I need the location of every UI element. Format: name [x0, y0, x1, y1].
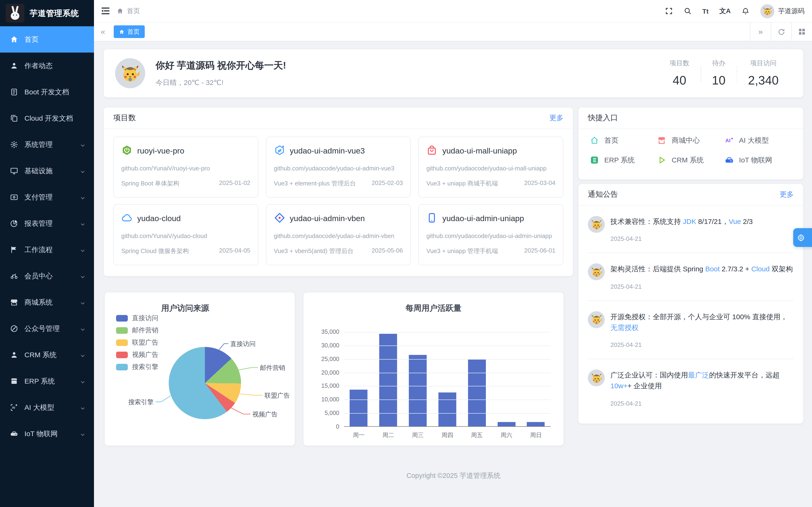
project-card-yudao-ui-admin-uniapp[interactable]: yudao-ui-admin-uniappgithub.com/yudaocod… [418, 204, 563, 265]
notice-link[interactable]: Vue [728, 217, 741, 225]
sidebar-item-9[interactable]: 会员中心 [0, 263, 94, 289]
project-name: yudao-ui-admin-vue3 [290, 147, 365, 156]
sidebar-item-label: 报表管理 [24, 219, 74, 228]
y-axis-tick: 25,000 [305, 355, 339, 362]
notice-link[interactable]: 10w+ [610, 382, 627, 390]
layout-grid-icon[interactable] [791, 22, 812, 41]
sidebar-item-12[interactable]: CRM 系统 [0, 342, 94, 368]
sidebar-item-4[interactable]: 系统管理 [0, 131, 94, 158]
notice-link[interactable]: 最广泛 [688, 371, 709, 379]
quick-entry-CRM 系统[interactable]: CRM 系统 [657, 155, 725, 165]
notice-item-2[interactable]: 开源免授权：全部开源，个人与企业可 100% 直接使用，无需授权2025-04-… [588, 301, 794, 359]
pie-slice-label: 联盟广告 [264, 392, 290, 400]
legend-item-邮件营销[interactable]: 邮件营销 [116, 326, 158, 335]
main-area: 首页 Tt 文A [94, 0, 812, 507]
bar [350, 390, 368, 426]
tabs-scroll-right-icon[interactable]: » [750, 22, 771, 41]
project-card-yudao-cloud[interactable]: yudao-cloudgithub.com/YunaiV/yudao-cloud… [113, 204, 258, 265]
legend-item-联盟广告[interactable]: 联盟广告 [116, 338, 158, 347]
tabs-scroll-left-icon[interactable]: « [94, 27, 112, 36]
search-icon[interactable] [683, 7, 692, 15]
legend-item-视频广告[interactable]: 视频广告 [116, 351, 158, 359]
greeting-card: 你好 芋道源码 祝你开心每一天! 今日晴，20℃ - 32℃! 项目数 40 待… [103, 49, 804, 98]
sidebar-item-6[interactable]: 支付管理 [0, 184, 94, 210]
notice-link[interactable]: Cloud [751, 265, 769, 273]
sidebar-item-label: 首页 [24, 35, 86, 44]
project-card-yudao-ui-admin-vue3[interactable]: yudao-ui-admin-vue3github.com/yudaocode/… [266, 136, 411, 198]
project-date: 2025-05-06 [372, 247, 403, 256]
notice-link[interactable]: Boot [705, 265, 720, 273]
sidebar-item-15[interactable]: IoT 物联网 [0, 420, 94, 447]
settings-fab[interactable] [793, 228, 812, 247]
breadcrumb[interactable]: 首页 [116, 7, 140, 15]
refresh-icon[interactable] [771, 22, 791, 41]
notice-link[interactable]: JDK [683, 217, 696, 225]
quick-entry-首页[interactable]: 首页 [590, 136, 657, 145]
notice-item-0[interactable]: 技术兼容性：系统支持 JDK 8/17/21，Vue 2/32025-04-21 [588, 206, 794, 253]
chevron-down-icon [80, 352, 86, 358]
project-card-yudao-ui-admin-vben[interactable]: yudao-ui-admin-vbengithub.com/yudaocode/… [266, 204, 411, 265]
quick-entry-IoT 物联网[interactable]: IoT 物联网 [724, 155, 792, 165]
sidebar-item-3[interactable]: Cloud 开发文档 [0, 105, 94, 131]
sidebar-item-13[interactable]: ERP 系统 [0, 368, 94, 394]
tab-home[interactable]: 首页 [114, 25, 145, 38]
project-card-ruoyi-vue-pro[interactable]: ruoyi-vue-progithub.com/YunaiV/ruoyi-vue… [113, 136, 258, 198]
notice-item-3[interactable]: 广泛企业认可：国内使用最广泛的快速开发平台，远超 10w++ 企业使用2025-… [588, 359, 794, 417]
fullscreen-icon[interactable] [665, 7, 673, 15]
chevron-down-icon [80, 273, 86, 279]
collapse-sidebar-icon[interactable] [101, 7, 109, 14]
sidebar-item-14[interactable]: AIAI 大模型 [0, 394, 94, 420]
x-axis-tick: 周三 [412, 432, 424, 439]
quick-entry-label: AI 大模型 [739, 136, 769, 145]
legend-label: 邮件营销 [132, 326, 158, 335]
project-name: yudao-ui-mall-uniapp [443, 147, 517, 156]
chevron-down-icon [80, 299, 86, 305]
project-desc: Vue3 + element-plus 管理后台 [274, 179, 356, 188]
element-icon [274, 145, 285, 158]
language-icon[interactable]: 文A [719, 7, 731, 15]
workflow-icon [10, 245, 18, 254]
sidebar-item-11[interactable]: 公众号管理 [0, 316, 94, 342]
sidebar-item-10[interactable]: 商城系统 [0, 289, 94, 316]
legend-item-搜索引擎[interactable]: 搜索引擎 [116, 363, 158, 371]
avatar [588, 264, 605, 280]
bar [497, 422, 515, 426]
project-desc: Vue3 + uniapp 管理手机端 [426, 247, 498, 256]
sidebar-item-8[interactable]: 工作流程 [0, 237, 94, 263]
projects-more-link[interactable]: 更多 [549, 114, 563, 122]
ai-badge-icon: AI [10, 403, 18, 412]
sidebar-item-label: 作者动态 [24, 61, 86, 70]
spring-icon [121, 145, 133, 158]
avatar [588, 216, 605, 233]
notice-item-1[interactable]: 架构灵活性：后端提供 Spring Boot 2.7/3.2 + Cloud 双… [588, 253, 794, 301]
font-size-icon[interactable]: Tt [702, 7, 708, 15]
tab-bar: « 首页 » [94, 22, 812, 41]
greeting-title: 你好 芋道源码 祝你开心每一天! [156, 59, 286, 72]
sidebar-item-0[interactable]: 首页 [0, 26, 94, 53]
user-menu[interactable]: 芋道源码 [760, 4, 805, 18]
svg-text:AI: AI [725, 137, 730, 144]
sidebar-item-1[interactable]: 作者动态 [0, 53, 94, 79]
notices-more-link[interactable]: 更多 [779, 190, 794, 199]
notice-text: 开源免授权：全部开源，个人与企业可 100% 直接使用，无需授权 [610, 311, 794, 333]
sidebar-item-label: 基础设施 [24, 166, 74, 175]
avatar [588, 311, 605, 328]
sidebar-item-2[interactable]: Boot 开发文档 [0, 79, 94, 105]
stat-todo: 待办 10 [701, 59, 737, 88]
chevron-down-icon [80, 405, 86, 410]
project-desc: Spring Boot 单体架构 [121, 179, 179, 188]
notification-bell-icon[interactable] [742, 7, 750, 15]
quick-entry-ERP 系统[interactable]: ERP 系统 [590, 155, 657, 165]
quick-entry-商城中心[interactable]: 商城中心 [657, 136, 725, 145]
legend-swatch [116, 339, 128, 346]
sidebar-item-5[interactable]: 基础设施 [0, 158, 94, 184]
notice-link[interactable]: 无需授权 [610, 324, 639, 331]
x-axis-tick: 周六 [500, 432, 512, 439]
sidebar-item-7[interactable]: 报表管理 [0, 210, 94, 237]
sidebar-logo[interactable]: 芋道管理系统 [0, 0, 94, 26]
legend-item-直接访问[interactable]: 直接访问 [116, 314, 158, 323]
quick-entry-AI 大模型[interactable]: AIAI 大模型 [724, 136, 792, 145]
project-card-yudao-ui-mall-uniapp[interactable]: yudao-ui-mall-uniappgithub.com/yudaocode… [418, 136, 563, 198]
notice-text: 技术兼容性：系统支持 JDK 8/17/21，Vue 2/3 [610, 216, 794, 227]
project-name: yudao-ui-admin-vben [290, 214, 365, 223]
